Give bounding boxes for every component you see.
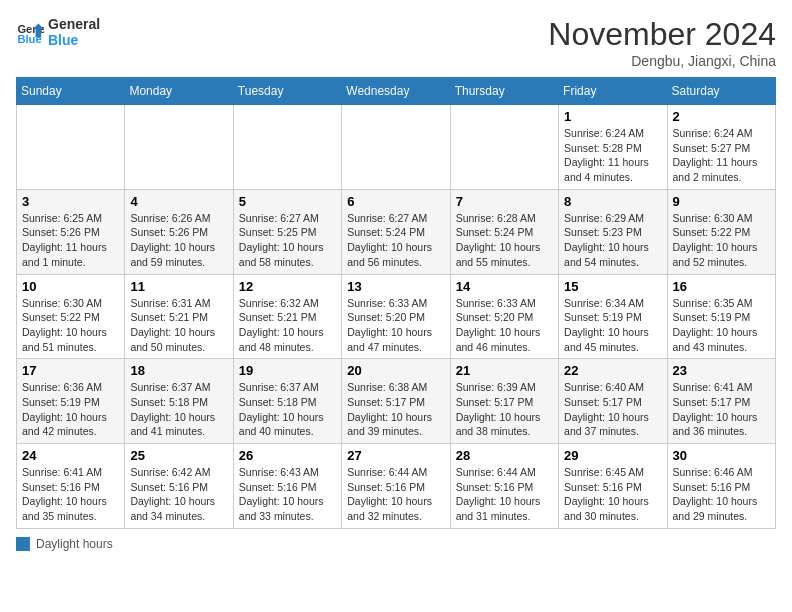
day-info: Sunrise: 6:43 AM Sunset: 5:16 PM Dayligh… [239,465,336,524]
day-number: 28 [456,448,553,463]
day-number: 21 [456,363,553,378]
logo-icon: General Blue [16,18,44,46]
logo: General Blue General Blue [16,16,100,48]
calendar-cell: 8Sunrise: 6:29 AM Sunset: 5:23 PM Daylig… [559,189,667,274]
title-area: November 2024 Dengbu, Jiangxi, China [548,16,776,69]
day-number: 26 [239,448,336,463]
calendar-cell: 6Sunrise: 6:27 AM Sunset: 5:24 PM Daylig… [342,189,450,274]
day-number: 24 [22,448,119,463]
logo-blue: Blue [48,32,100,48]
calendar-cell: 10Sunrise: 6:30 AM Sunset: 5:22 PM Dayli… [17,274,125,359]
calendar-cell: 19Sunrise: 6:37 AM Sunset: 5:18 PM Dayli… [233,359,341,444]
day-info: Sunrise: 6:42 AM Sunset: 5:16 PM Dayligh… [130,465,227,524]
day-number: 10 [22,279,119,294]
day-number: 29 [564,448,661,463]
weekday-header: Wednesday [342,78,450,105]
calendar-cell: 20Sunrise: 6:38 AM Sunset: 5:17 PM Dayli… [342,359,450,444]
day-info: Sunrise: 6:29 AM Sunset: 5:23 PM Dayligh… [564,211,661,270]
calendar-cell: 16Sunrise: 6:35 AM Sunset: 5:19 PM Dayli… [667,274,775,359]
calendar-cell: 4Sunrise: 6:26 AM Sunset: 5:26 PM Daylig… [125,189,233,274]
day-info: Sunrise: 6:39 AM Sunset: 5:17 PM Dayligh… [456,380,553,439]
day-info: Sunrise: 6:46 AM Sunset: 5:16 PM Dayligh… [673,465,770,524]
day-info: Sunrise: 6:31 AM Sunset: 5:21 PM Dayligh… [130,296,227,355]
weekday-header: Sunday [17,78,125,105]
day-info: Sunrise: 6:35 AM Sunset: 5:19 PM Dayligh… [673,296,770,355]
calendar-cell [342,105,450,190]
day-number: 13 [347,279,444,294]
day-number: 20 [347,363,444,378]
day-info: Sunrise: 6:41 AM Sunset: 5:16 PM Dayligh… [22,465,119,524]
calendar-cell [125,105,233,190]
day-info: Sunrise: 6:27 AM Sunset: 5:24 PM Dayligh… [347,211,444,270]
calendar-cell [450,105,558,190]
day-info: Sunrise: 6:33 AM Sunset: 5:20 PM Dayligh… [347,296,444,355]
day-info: Sunrise: 6:44 AM Sunset: 5:16 PM Dayligh… [347,465,444,524]
day-number: 15 [564,279,661,294]
header: General Blue General Blue November 2024 … [16,16,776,69]
calendar-cell: 22Sunrise: 6:40 AM Sunset: 5:17 PM Dayli… [559,359,667,444]
weekday-header: Saturday [667,78,775,105]
calendar-cell: 15Sunrise: 6:34 AM Sunset: 5:19 PM Dayli… [559,274,667,359]
weekday-header: Monday [125,78,233,105]
day-info: Sunrise: 6:32 AM Sunset: 5:21 PM Dayligh… [239,296,336,355]
day-number: 27 [347,448,444,463]
calendar-cell: 26Sunrise: 6:43 AM Sunset: 5:16 PM Dayli… [233,444,341,529]
day-info: Sunrise: 6:36 AM Sunset: 5:19 PM Dayligh… [22,380,119,439]
calendar-cell: 21Sunrise: 6:39 AM Sunset: 5:17 PM Dayli… [450,359,558,444]
weekday-header: Friday [559,78,667,105]
calendar-cell: 3Sunrise: 6:25 AM Sunset: 5:26 PM Daylig… [17,189,125,274]
calendar-cell: 11Sunrise: 6:31 AM Sunset: 5:21 PM Dayli… [125,274,233,359]
day-info: Sunrise: 6:30 AM Sunset: 5:22 PM Dayligh… [22,296,119,355]
day-number: 30 [673,448,770,463]
day-info: Sunrise: 6:38 AM Sunset: 5:17 PM Dayligh… [347,380,444,439]
day-number: 6 [347,194,444,209]
calendar-cell: 17Sunrise: 6:36 AM Sunset: 5:19 PM Dayli… [17,359,125,444]
calendar-cell: 1Sunrise: 6:24 AM Sunset: 5:28 PM Daylig… [559,105,667,190]
day-number: 12 [239,279,336,294]
day-number: 14 [456,279,553,294]
calendar-cell: 13Sunrise: 6:33 AM Sunset: 5:20 PM Dayli… [342,274,450,359]
day-number: 18 [130,363,227,378]
calendar-cell: 23Sunrise: 6:41 AM Sunset: 5:17 PM Dayli… [667,359,775,444]
day-number: 9 [673,194,770,209]
calendar-cell: 27Sunrise: 6:44 AM Sunset: 5:16 PM Dayli… [342,444,450,529]
day-info: Sunrise: 6:37 AM Sunset: 5:18 PM Dayligh… [239,380,336,439]
day-number: 2 [673,109,770,124]
calendar-cell [17,105,125,190]
day-info: Sunrise: 6:37 AM Sunset: 5:18 PM Dayligh… [130,380,227,439]
day-info: Sunrise: 6:30 AM Sunset: 5:22 PM Dayligh… [673,211,770,270]
day-number: 17 [22,363,119,378]
legend-label: Daylight hours [36,537,113,551]
day-number: 5 [239,194,336,209]
day-info: Sunrise: 6:34 AM Sunset: 5:19 PM Dayligh… [564,296,661,355]
weekday-header: Thursday [450,78,558,105]
calendar-cell: 5Sunrise: 6:27 AM Sunset: 5:25 PM Daylig… [233,189,341,274]
day-info: Sunrise: 6:44 AM Sunset: 5:16 PM Dayligh… [456,465,553,524]
calendar: SundayMondayTuesdayWednesdayThursdayFrid… [16,77,776,529]
day-number: 7 [456,194,553,209]
day-number: 19 [239,363,336,378]
calendar-cell: 12Sunrise: 6:32 AM Sunset: 5:21 PM Dayli… [233,274,341,359]
day-number: 1 [564,109,661,124]
day-number: 22 [564,363,661,378]
logo-general: General [48,16,100,32]
day-info: Sunrise: 6:27 AM Sunset: 5:25 PM Dayligh… [239,211,336,270]
day-info: Sunrise: 6:25 AM Sunset: 5:26 PM Dayligh… [22,211,119,270]
month-title: November 2024 [548,16,776,53]
legend: Daylight hours [16,537,776,551]
day-number: 11 [130,279,227,294]
calendar-cell: 28Sunrise: 6:44 AM Sunset: 5:16 PM Dayli… [450,444,558,529]
calendar-cell: 30Sunrise: 6:46 AM Sunset: 5:16 PM Dayli… [667,444,775,529]
location: Dengbu, Jiangxi, China [548,53,776,69]
day-info: Sunrise: 6:40 AM Sunset: 5:17 PM Dayligh… [564,380,661,439]
day-info: Sunrise: 6:33 AM Sunset: 5:20 PM Dayligh… [456,296,553,355]
day-info: Sunrise: 6:24 AM Sunset: 5:28 PM Dayligh… [564,126,661,185]
calendar-cell: 29Sunrise: 6:45 AM Sunset: 5:16 PM Dayli… [559,444,667,529]
calendar-cell: 9Sunrise: 6:30 AM Sunset: 5:22 PM Daylig… [667,189,775,274]
calendar-cell: 18Sunrise: 6:37 AM Sunset: 5:18 PM Dayli… [125,359,233,444]
day-number: 4 [130,194,227,209]
day-number: 23 [673,363,770,378]
day-info: Sunrise: 6:28 AM Sunset: 5:24 PM Dayligh… [456,211,553,270]
day-info: Sunrise: 6:45 AM Sunset: 5:16 PM Dayligh… [564,465,661,524]
day-number: 3 [22,194,119,209]
